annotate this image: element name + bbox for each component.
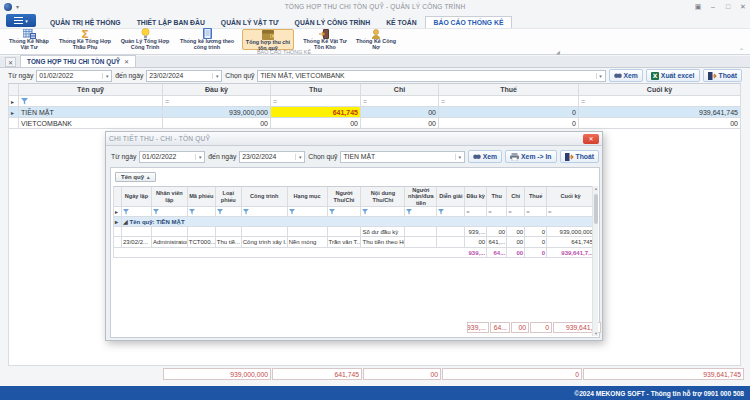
cell-ten-quy[interactable]: VIETCOMBANK [19, 118, 163, 129]
filter-cell-ten-quy[interactable] [19, 96, 163, 107]
col-header-chi[interactable]: Chi [361, 84, 439, 96]
cell-chi[interactable]: 00 [507, 227, 525, 237]
cell-cuoi-ky[interactable]: 641,745 [547, 237, 595, 248]
chevron-down-icon[interactable]: ▾ [195, 154, 204, 160]
chevron-down-icon[interactable]: ▾ [212, 73, 221, 79]
filter-cell[interactable] [216, 207, 242, 217]
exit-button[interactable]: Thoát [703, 69, 743, 82]
cell-chi[interactable]: 00 [361, 118, 439, 129]
to-date-input[interactable]: 23/02/2024 ▾ [146, 70, 222, 82]
dialog-group-row[interactable]: ▸ ◢ Tên quỹ: TIỀN MẶT [114, 217, 595, 227]
app-menu-button[interactable]: ▾ [6, 14, 36, 27]
cell-noi-dung[interactable]: Thu tiền theo Hđ... [361, 237, 405, 248]
col-header-cuoi-ky[interactable]: Cuối kỳ [547, 187, 595, 207]
collapse-icon[interactable]: ◢ [123, 218, 128, 225]
filter-funnel-icon[interactable] [362, 209, 368, 215]
close-icon[interactable]: ✕ [736, 1, 750, 12]
filter-cell-dau-ky[interactable]: = [163, 96, 271, 107]
filter-cell[interactable]: = [465, 207, 487, 217]
filter-cell[interactable] [437, 207, 465, 217]
style-icon[interactable]: ▣ [691, 1, 705, 12]
ribbon-tab-thiet-lap-ban-dau[interactable]: THIẾT LẬP BAN ĐẦU [129, 17, 213, 28]
filter-funnel-icon[interactable] [289, 209, 295, 215]
scrollbar-thumb[interactable] [594, 194, 598, 224]
ribbon-tab-bao-cao-thong-ke[interactable]: BÁO CÁO THỐNG KÊ [425, 16, 513, 28]
col-header-thue[interactable]: Thuế [525, 187, 547, 207]
filter-funnel-icon[interactable] [153, 209, 159, 215]
filter-cell[interactable] [328, 207, 362, 217]
filter-cell-thu[interactable]: = [271, 96, 361, 107]
table-row-thu-tien[interactable]: 23/02/2... Administrator TCT000... Thu t… [114, 237, 595, 248]
col-header-nguoi-thu-chi[interactable]: Người Thu/Chi [328, 187, 362, 207]
col-header-thu[interactable]: Thu [487, 187, 507, 207]
cell-chi[interactable]: 00 [361, 107, 439, 118]
cell-nguoi-nhan[interactable] [405, 237, 437, 248]
dialog-vertical-scrollbar[interactable]: ▲ ▼ [592, 186, 598, 336]
maximize-icon[interactable]: □ [721, 1, 735, 12]
col-header-thu[interactable]: Thu [271, 84, 361, 96]
dialog-fund-select-input[interactable]: TIỀN MẶT ▾ [340, 151, 464, 163]
cell-loai-phieu[interactable] [216, 227, 242, 237]
col-header-dau-ky[interactable]: Đầu kỳ [465, 187, 487, 207]
filter-funnel-icon[interactable] [189, 209, 195, 215]
cell-chi[interactable]: 00 [507, 237, 525, 248]
from-date-input[interactable]: 01/02/2022 ▾ [36, 70, 112, 82]
dialog-titlebar[interactable]: CHI TIẾT THU - CHI - TỒN QUỸ ✕ [106, 132, 602, 146]
doc-tab-tong-hop-thu-chi[interactable]: TỔNG HỢP THU CHI TỒN QUỸ ✕ [20, 55, 136, 67]
ribbon-button-thong-ke-cong-no[interactable]: Thống Kê Công Nợ [354, 29, 398, 50]
chevron-down-icon[interactable]: ▾ [596, 73, 605, 79]
filter-cell-thue[interactable]: = [439, 96, 579, 107]
filter-cell[interactable]: = [525, 207, 547, 217]
cell-nguoi-thu-chi[interactable] [328, 227, 362, 237]
col-header-cuoi-ky[interactable]: Cuối kỳ [579, 84, 741, 96]
group-row-label[interactable]: ◢ Tên quỹ: TIỀN MẶT [122, 217, 595, 227]
ribbon-collapse-icon[interactable]: ⌃ [739, 47, 744, 54]
cell-nguoi-nhan[interactable] [405, 227, 437, 237]
col-header-ten-quy[interactable]: Tên quỹ [19, 84, 163, 96]
ribbon-button-thong-ke-nhap-vat-tu[interactable]: Thống Kê Nhập Vật Tư [6, 29, 52, 50]
chevron-down-icon[interactable]: ▾ [455, 154, 464, 160]
cell-noi-dung[interactable]: Số dư đầu kỳ [361, 227, 405, 237]
cell-dau-ky[interactable]: 00 [163, 118, 271, 129]
cell-thu-highlighted[interactable]: 641,745 [271, 107, 361, 118]
view-button[interactable]: Xem [609, 69, 643, 82]
filter-funnel-icon[interactable] [21, 98, 28, 105]
filter-cell[interactable] [242, 207, 288, 217]
cell-ma-phieu[interactable]: TCT000... [188, 237, 216, 248]
filter-funnel-icon[interactable] [406, 209, 412, 215]
cell-dau-ky[interactable]: 939,000,000 [163, 107, 271, 118]
cell-thu[interactable]: 00 [487, 227, 507, 237]
minimize-icon[interactable]: – [706, 1, 720, 12]
ribbon-button-thong-ke-vat-tu-ton-kho[interactable]: Thống Kê Vật Tư Tồn Kho [300, 29, 350, 50]
col-header-cong-trinh[interactable]: Công trình [242, 187, 288, 207]
cell-thu[interactable]: 00 [271, 118, 361, 129]
cell-nguoi-thu-chi[interactable]: Trần văn T... [328, 237, 362, 248]
col-header-thue[interactable]: Thuế [439, 84, 579, 96]
cell-cuoi-ky[interactable]: 939,000,000 [547, 227, 595, 237]
col-header-chi[interactable]: Chi [507, 187, 525, 207]
cell-loai-phieu[interactable]: Thu tiề... [216, 237, 242, 248]
filter-funnel-icon[interactable] [123, 209, 129, 215]
ribbon-tab-quan-tri-he-thong[interactable]: QUẢN TRỊ HỆ THỐNG [42, 17, 129, 28]
cell-thue[interactable]: 0 [525, 227, 547, 237]
cell-cuoi-ky[interactable]: 00 [579, 118, 741, 129]
cell-dau-ky[interactable]: 939,... [465, 227, 487, 237]
ribbon-tab-quan-ly-vat-tu[interactable]: QUẢN LÝ VẬT TƯ [213, 17, 287, 28]
filter-cell[interactable] [188, 207, 216, 217]
cell-dien-giai[interactable] [437, 227, 465, 237]
filter-funnel-icon[interactable] [243, 209, 249, 215]
cell-dau-ky[interactable]: 00 [465, 237, 487, 248]
ribbon-button-tong-hop-thu-chi-ton-quy[interactable]: Tổng hợp thu chi tồn quỹ [242, 29, 294, 50]
dialog-to-date-input[interactable]: 23/02/2024 ▾ [239, 151, 305, 163]
cell-thue[interactable]: 0 [439, 118, 579, 129]
filter-funnel-icon[interactable] [217, 209, 223, 215]
dialog-from-date-input[interactable]: 01/02/2022 ▾ [139, 151, 205, 163]
dialog-print-button[interactable]: Xem -> In [505, 150, 556, 163]
filter-cell[interactable]: = [547, 207, 595, 217]
cell-ngay-lap[interactable]: 23/02/2... [122, 237, 152, 248]
cell-dien-giai[interactable] [437, 237, 465, 248]
col-header-ngay-lap[interactable]: Ngày lập [122, 187, 152, 207]
filter-cell[interactable] [405, 207, 437, 217]
ribbon-button-thong-ke-luong[interactable]: Thống kê lương theo công trình [178, 29, 236, 50]
cell-nhan-vien[interactable] [152, 227, 188, 237]
